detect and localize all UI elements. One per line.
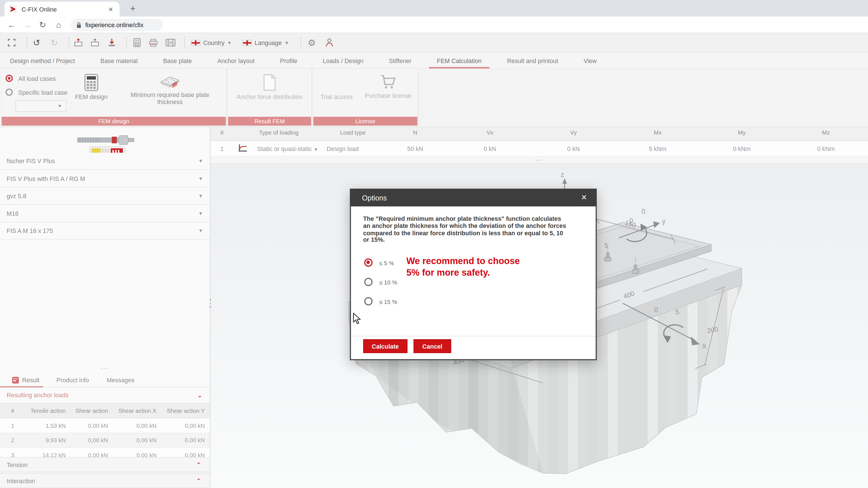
radio-option-10pct[interactable]: ≤ 10 % (364, 278, 397, 286)
browser-tab[interactable]: C-FIX Online ✕ (4, 2, 120, 17)
ribbon-divider (226, 69, 227, 126)
radio-unselected-icon (6, 89, 13, 96)
loads-table-more[interactable]: ... (210, 157, 868, 164)
tab-close-icon[interactable]: ✕ (106, 5, 115, 13)
col-num: # (210, 129, 234, 135)
shopping-cart-icon (380, 73, 397, 90)
section-interaction[interactable]: Interaction ⌃ (0, 473, 210, 488)
chevron-up-icon: ⌃ (196, 478, 201, 484)
dropdown-steel-grade[interactable]: gvz 5.8▼ (0, 188, 210, 205)
section-tension[interactable]: Tension ⌃ (0, 457, 210, 472)
contact-person-icon[interactable] (324, 36, 335, 48)
recommendation-note: We recommend to choose 5% for more safet… (406, 255, 535, 278)
tab-profile[interactable]: Profile (280, 53, 297, 68)
tab-result[interactable]: Result (0, 373, 43, 387)
tab-product-info[interactable]: Product info (57, 373, 89, 387)
group-banner-license: License (313, 117, 417, 126)
dropdown-size[interactable]: M16▼ (0, 205, 210, 223)
table-cell: 1,53 kN (26, 418, 71, 433)
tab-anchor-layout[interactable]: Anchor layout (217, 53, 255, 68)
radio-selected-icon (6, 75, 13, 82)
calculate-button[interactable]: Calculate (363, 339, 408, 353)
video-icon[interactable] (164, 36, 177, 48)
min-base-plate-thickness-button[interactable]: Minimum required base plate thickness (126, 75, 214, 105)
table-header-row: # Tensile action Shear action Shear acti… (0, 403, 210, 418)
tab-messages[interactable]: Messages (106, 373, 134, 387)
chevron-down-icon: ▼ (198, 228, 203, 234)
loads-table: # Type of loading Load type N Vx Vy Mx M… (210, 127, 868, 164)
tab-stiffener[interactable]: Stiffener (389, 53, 411, 68)
tab-view[interactable]: View (584, 53, 597, 68)
dropdown-anchor-type[interactable]: FIS A M 16 x 175▼ (0, 223, 210, 240)
language-flag-icon (242, 40, 252, 46)
vy-value: 0 kN (531, 145, 616, 152)
toolbar-divider (184, 36, 185, 49)
dropdown-product-variant[interactable]: FIS V Plus with FIS A / RG M▼ (0, 170, 210, 188)
redo-icon[interactable]: ↻ (49, 36, 60, 48)
address-bar[interactable]: fixperience.online/cfix (71, 19, 163, 31)
my-value: 0 kNm (700, 145, 784, 152)
tab-base-plate[interactable]: Base plate (163, 53, 192, 68)
load-case-select[interactable]: ▼ (16, 100, 66, 112)
sidebar-tabs: Result Product info Messages (0, 373, 210, 387)
col-my: My (700, 129, 784, 135)
col-type-of-loading: Type of loading (234, 129, 324, 135)
tab-base-material[interactable]: Base material (100, 53, 138, 68)
purchase-license-button[interactable]: Purchase license (364, 73, 412, 99)
svg-text:5: 5 (675, 308, 679, 316)
calculator-icon (84, 73, 99, 91)
radio-all-load-cases[interactable]: All load cases (6, 75, 56, 82)
radio-option-15pct[interactable]: ≤ 15 % (364, 297, 397, 305)
dialog-header[interactable]: Options ✕ (350, 189, 597, 206)
close-icon[interactable]: ✕ (579, 193, 589, 202)
ribbon-divider (418, 69, 418, 126)
load-case-row: 1 Static or quasi-static ▼ Design load 5… (210, 141, 868, 157)
fullscreen-icon[interactable] (6, 36, 17, 48)
url-text: fixperience.online/cfix (85, 22, 144, 28)
type-of-loading-select[interactable]: Static or quasi-static ▼ (251, 145, 324, 152)
calculator-icon[interactable] (131, 36, 142, 48)
undo-icon[interactable]: ↺ (31, 36, 42, 48)
fem-design-button[interactable]: FEM design (71, 73, 112, 100)
country-flag-icon (191, 40, 200, 46)
cancel-button[interactable]: Cancel (413, 339, 451, 353)
home-icon[interactable]: ⌂ (53, 19, 65, 31)
dialog-title: Options (362, 193, 387, 202)
download-icon[interactable] (106, 36, 117, 48)
trial-key-icon (330, 73, 343, 91)
tab-design-method[interactable]: Design method / Project (10, 53, 75, 68)
chevron-down-icon: ⌄ (197, 392, 202, 398)
back-icon[interactable]: ← (6, 19, 18, 31)
sidebar-more[interactable]: ... (0, 365, 210, 372)
reload-icon[interactable]: ↻ (36, 19, 49, 31)
svg-text:y: y (662, 218, 665, 225)
toolbar-divider (27, 36, 27, 49)
radio-unselected-icon (364, 278, 372, 286)
section-resulting-anchor-loads[interactable]: Resulting anchor loads ⌄ (0, 387, 210, 403)
vx-value: 0 kN (448, 145, 531, 152)
table-cell: 0,00 kN (113, 418, 161, 433)
forward-icon[interactable]: → (21, 19, 33, 31)
language-select[interactable]: Language ▼ (242, 36, 289, 48)
tab-result-printout[interactable]: Result and printout (507, 53, 558, 68)
anchor-force-distribution-button[interactable]: Anchor force distribution (232, 73, 307, 100)
new-tab-button[interactable]: + (126, 2, 140, 15)
trial-access-button[interactable]: Trial access (317, 73, 356, 100)
tab-fem-calculation[interactable]: FEM Calculation (437, 53, 482, 68)
save-project-icon[interactable] (89, 36, 100, 48)
print-icon[interactable] (148, 36, 159, 48)
radio-specific-load-case[interactable]: Specific load case (6, 89, 68, 96)
dialog-footer-divider (351, 336, 596, 336)
chevron-down-icon: ▼ (198, 210, 203, 216)
panel-splitter[interactable] (209, 295, 212, 312)
table-cell: 0,00 kN (71, 418, 113, 433)
settings-gear-icon[interactable]: ⚙ (306, 36, 317, 48)
browser-tab-strip: C-FIX Online ✕ + (0, 0, 868, 17)
country-select[interactable]: Country ▼ (191, 36, 231, 48)
dropdown-product-family[interactable]: fischer FIS V Plus▼ (0, 153, 210, 170)
tab-loads-design[interactable]: Loads / Design (323, 53, 364, 68)
sidebar: fischer FIS V Plus▼ FIS V Plus with FIS … (0, 127, 210, 488)
radio-option-5pct[interactable]: ≤ 5 % (364, 258, 394, 267)
open-project-icon[interactable] (72, 36, 84, 48)
group-banner-fem-design: FEM design (2, 117, 226, 126)
